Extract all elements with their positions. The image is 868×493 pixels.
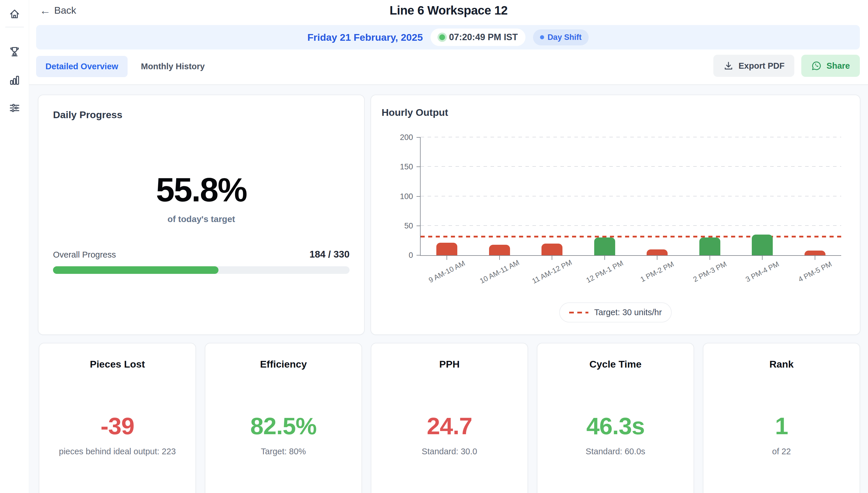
ytick-label-50: 50 <box>404 221 413 230</box>
ytick-label-200: 200 <box>400 133 413 142</box>
metric-value: 24.7 <box>371 414 528 438</box>
target-legend-pill: Target: 30 units/hr <box>559 302 672 322</box>
xlabel-12-pm-1-pm: 12 PM-1 PM <box>584 259 624 285</box>
sliders-icon <box>8 102 21 114</box>
xtick-2-pm-3-pm <box>709 256 710 260</box>
chart-legend: Target: 30 units/hr <box>371 302 860 322</box>
share-label: Share <box>826 61 850 71</box>
overall-progress-label: Overall Progress <box>53 250 116 260</box>
download-icon <box>723 61 734 71</box>
whatsapp-icon <box>811 61 822 71</box>
sidebar-item-analytics[interactable] <box>0 71 29 89</box>
home-icon <box>8 7 21 20</box>
xtick-9-am-10-am <box>447 256 447 260</box>
hourly-output-title: Hourly Output <box>381 107 448 118</box>
ytick-mark-200 <box>416 137 420 138</box>
metrics-row: Pieces Lost -39 pieces behind ideal outp… <box>39 343 860 493</box>
bar-12-pm-1-pm <box>594 237 615 255</box>
xtick-1-pm-2-pm <box>657 256 657 260</box>
ytick-mark-0 <box>416 255 420 256</box>
topbar: ← Back Line 6 Workspace 12 Friday 21 Feb… <box>29 0 868 85</box>
xlabel-3-pm-4-pm: 3 PM-4 PM <box>744 260 781 284</box>
overall-progress-value: 184 / 330 <box>309 249 350 260</box>
live-time: 07:20:49 PM IST <box>449 32 518 42</box>
target-line <box>420 236 841 237</box>
metric-caption: pieces behind ideal output: 223 <box>39 447 195 456</box>
metric-value: 46.3s <box>537 414 694 438</box>
gridline-50 <box>420 225 841 226</box>
banner-date: Friday 21 February, 2025 <box>307 32 422 43</box>
progress-bar-track <box>53 266 350 274</box>
gridline-100 <box>420 196 841 196</box>
export-pdf-label: Export PDF <box>738 61 784 71</box>
progress-bar-fill <box>53 266 219 274</box>
xlabel-2-pm-3-pm: 2 PM-3 PM <box>691 260 728 284</box>
export-pdf-button[interactable]: Export PDF <box>713 55 794 77</box>
daily-progress-subtitle: of today's target <box>38 214 364 224</box>
tab-monthly-history[interactable]: Monthly History <box>132 56 214 77</box>
target-dash-icon <box>569 312 588 314</box>
metric-value: -39 <box>39 414 195 438</box>
ytick-mark-100 <box>416 196 420 197</box>
bar-10-am-11-am <box>489 245 510 255</box>
metric-title: Cycle Time <box>537 359 694 370</box>
sidebar-item-settings[interactable] <box>0 99 29 117</box>
header-actions: Export PDF Share <box>713 55 860 77</box>
bar-2-pm-3-pm <box>699 237 720 255</box>
ytick-label-150: 150 <box>400 163 413 171</box>
trophy-icon <box>8 45 21 58</box>
daily-progress-title: Daily Progress <box>53 109 122 121</box>
xlabel-9-am-10-am: 9 AM-10 AM <box>427 259 466 285</box>
daily-progress-center: 55.8% of today's target <box>38 173 364 224</box>
date-banner: Friday 21 February, 2025 07:20:49 PM IST… <box>36 25 860 49</box>
metric-caption: Standard: 30.0 <box>371 447 528 456</box>
ytick-label-0: 0 <box>409 251 413 260</box>
live-status-dot-icon <box>439 34 445 40</box>
daily-progress-card: Daily Progress 55.8% of today's target O… <box>38 94 365 335</box>
tab-detailed-overview[interactable]: Detailed Overview <box>36 56 128 77</box>
sidebar-item-home[interactable] <box>0 5 29 23</box>
shift-dot-icon <box>540 35 544 39</box>
shift-label: Day Shift <box>547 33 582 42</box>
metric-title: Pieces Lost <box>39 359 195 370</box>
metric-caption: of 22 <box>703 447 860 456</box>
xtick-12-pm-1-pm <box>604 256 605 260</box>
ytick-mark-50 <box>416 226 420 226</box>
metric-card-efficiency: Efficiency 82.5% Target: 80% <box>205 343 362 493</box>
metric-card-pieces-lost: Pieces Lost -39 pieces behind ideal outp… <box>39 343 196 493</box>
sidebar-item-leaderboard[interactable] <box>0 42 29 61</box>
metric-card-rank: Rank 1 of 22 <box>703 343 860 493</box>
xlabel-4-pm-5-pm: 4 PM-5 PM <box>797 260 833 284</box>
page-title: Line 6 Workspace 12 <box>29 3 868 18</box>
tabs: Detailed Overview Monthly History <box>36 56 214 77</box>
xlabel-10-am-11-am: 10 AM-11 AM <box>478 258 520 285</box>
metric-card-cycle-time: Cycle Time 46.3s Standard: 60.0s <box>537 343 694 493</box>
metric-title: Rank <box>703 359 860 370</box>
sidebar-divider <box>5 27 24 27</box>
xtick-3-pm-4-pm <box>762 256 763 260</box>
main-content: Daily Progress 55.8% of today's target O… <box>29 85 868 493</box>
metric-title: PPH <box>371 359 528 370</box>
overall-progress-row: Overall Progress 184 / 330 <box>53 249 350 260</box>
bar-3-pm-4-pm <box>752 235 773 255</box>
xtick-10-am-11-am <box>499 256 500 260</box>
metric-value: 1 <box>703 414 860 438</box>
bar-chart-icon <box>8 73 21 86</box>
hourly-output-card: Hourly Output 0501001502009 AM-10 AM10 A… <box>371 94 861 335</box>
metric-value: 82.5% <box>205 414 361 438</box>
metric-caption: Target: 80% <box>205 447 361 456</box>
sidebar <box>0 0 29 493</box>
share-button[interactable]: Share <box>801 55 860 77</box>
daily-progress-percent: 55.8% <box>38 173 364 207</box>
gridline-200 <box>420 137 841 137</box>
xlabel-11-am-12-pm: 11 AM-12 PM <box>531 258 573 285</box>
bar-11-am-12-pm <box>541 243 562 256</box>
ytick-mark-150 <box>416 167 420 167</box>
metric-title: Efficiency <box>205 359 361 370</box>
live-time-pill: 07:20:49 PM IST <box>431 28 525 46</box>
metric-caption: Standard: 60.0s <box>537 447 694 456</box>
xlabel-1-pm-2-pm: 1 PM-2 PM <box>639 260 676 284</box>
xtick-11-am-12-pm <box>552 256 552 260</box>
bar-1-pm-2-pm <box>647 250 668 255</box>
target-legend-label: Target: 30 units/hr <box>594 307 662 317</box>
